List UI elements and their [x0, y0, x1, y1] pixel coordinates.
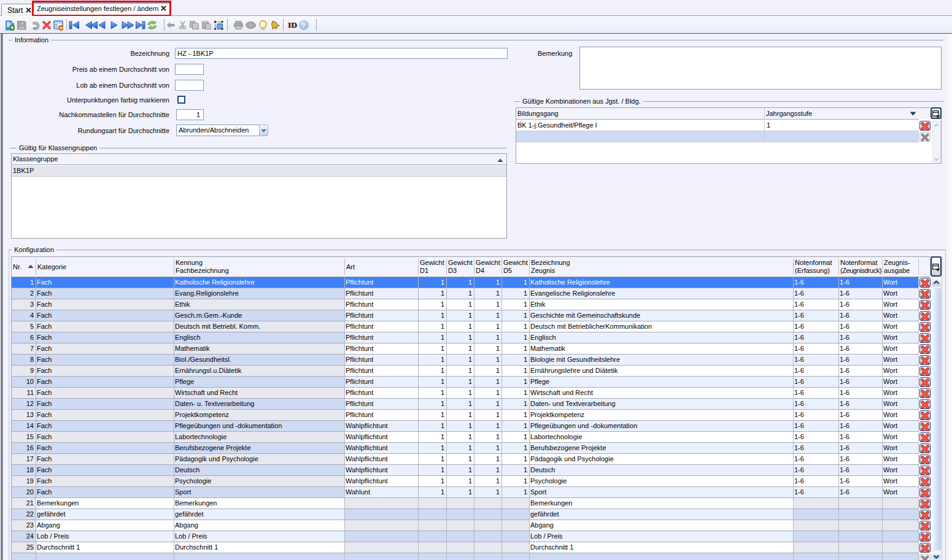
svg-text:?: ? [303, 22, 306, 29]
